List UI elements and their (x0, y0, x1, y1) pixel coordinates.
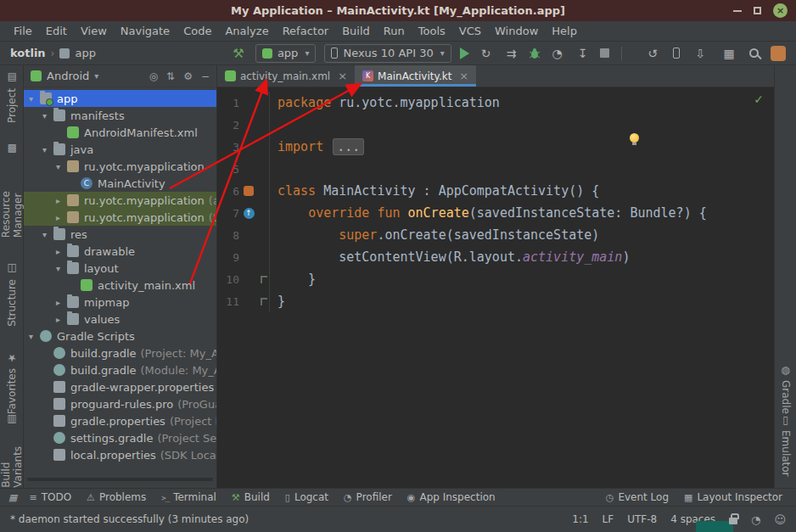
tree-item[interactable]: build.gradle (Module: My_Application.app… (24, 361, 216, 378)
horizontal-scrollbar[interactable] (27, 478, 213, 481)
tree-chevron-icon[interactable]: ▸ (56, 298, 67, 307)
tool-window-button[interactable]: Emulator (780, 414, 792, 477)
gradle-sync-icon[interactable] (644, 45, 661, 62)
collapse-all-icon[interactable] (166, 70, 175, 82)
tool-window-button[interactable]: Terminal (161, 491, 216, 503)
editor-tab[interactable]: MainActivity.kt × (355, 65, 476, 87)
menu-item[interactable]: File (7, 25, 39, 37)
build-project-icon[interactable] (230, 45, 247, 62)
device-select[interactable]: Nexus 10 API 30 (324, 44, 451, 63)
tree-item[interactable]: ▾ manifests (24, 107, 216, 124)
tree-chevron-icon[interactable]: ▾ (56, 162, 67, 171)
tree-item[interactable]: ▸ values (24, 311, 216, 328)
menu-item[interactable]: Run (377, 25, 412, 37)
tree-chevron-icon[interactable]: ▾ (42, 230, 53, 239)
attach-debugger-icon[interactable] (575, 45, 591, 62)
tree-item[interactable]: ▸ ru.yotc.myapplication (androidTest) (24, 192, 216, 209)
close-icon[interactable]: × (773, 3, 788, 18)
project-view-selector[interactable]: Android (47, 70, 89, 82)
ide-status-icon[interactable] (774, 513, 786, 526)
tree-chevron-icon[interactable]: ▸ (56, 247, 67, 256)
menu-item[interactable]: Window (488, 25, 545, 37)
code-editor[interactable]: 1 package ru.yotc.myapplication 2 3 (217, 87, 774, 488)
breadcrumb-module[interactable]: app (75, 47, 95, 59)
stop-icon[interactable] (600, 48, 609, 58)
menu-item[interactable]: View (74, 25, 114, 37)
tool-window-button[interactable]: Structure (6, 263, 18, 327)
apply-code-changes-icon[interactable] (503, 45, 520, 62)
tool-window-button[interactable]: Resource Manager (0, 143, 24, 238)
run-config-select[interactable]: app (255, 44, 317, 63)
tree-item[interactable]: ▾ java (24, 141, 216, 158)
tree-chevron-icon[interactable]: ▸ (56, 315, 67, 324)
menu-item[interactable]: Build (335, 25, 377, 37)
breadcrumb-root[interactable]: kotlin (10, 47, 46, 59)
apply-changes-icon[interactable] (478, 45, 495, 62)
tab-close-icon[interactable]: × (338, 70, 347, 82)
tree-item[interactable]: ▾ app (24, 90, 216, 107)
menu-item[interactable]: Navigate (114, 25, 177, 37)
tool-window-button[interactable]: Profiler (344, 491, 392, 503)
menu-item[interactable]: Edit (39, 25, 74, 37)
tree-item[interactable]: gradle.properties (Project Properties) (24, 412, 216, 429)
hide-panel-icon[interactable] (201, 70, 210, 82)
menu-item[interactable]: Code (177, 25, 218, 37)
menu-item[interactable]: Analyze (218, 25, 275, 37)
tree-item[interactable]: ▸ drawable (24, 243, 216, 260)
line-ending[interactable]: LF (603, 513, 614, 525)
tree-item[interactable]: gradle-wrapper.properties (Gradle Versio… (24, 378, 216, 395)
tool-window-button[interactable]: Project (6, 72, 18, 123)
tree-item[interactable]: ▾ ru.yotc.myapplication (24, 158, 216, 175)
lock-icon[interactable] (729, 518, 737, 524)
file-encoding[interactable]: UTF-8 (627, 513, 657, 525)
tree-item[interactable]: ▾ layout (24, 260, 216, 277)
tree-item[interactable]: proguard-rules.pro (ProGuard Rules for a… (24, 395, 216, 412)
tool-window-button[interactable]: TODO (29, 491, 71, 503)
tree-item[interactable]: local.properties (SDK Location) (24, 446, 216, 463)
tree-chevron-icon[interactable]: ▸ (56, 196, 67, 205)
tree-chevron-icon[interactable]: ▾ (56, 264, 67, 273)
select-opened-file-icon[interactable] (149, 70, 158, 82)
editor-tab[interactable]: activity_main.xml × (217, 65, 355, 87)
device-manager-icon[interactable] (673, 48, 680, 59)
sdk-manager-icon[interactable] (692, 45, 709, 62)
menu-item[interactable]: Refactor (276, 25, 336, 37)
tree-item[interactable]: ▾ Gradle Scripts (24, 328, 216, 344)
tool-window-button[interactable]: Event Log (606, 491, 669, 503)
layout-validation-icon[interactable] (720, 45, 737, 62)
tool-window-button[interactable]: Problems (87, 491, 146, 503)
tree-item[interactable]: settings.gradle (Project Settings) (24, 429, 216, 446)
tool-window-button[interactable]: Favorites (6, 352, 18, 414)
inspections-ok-icon[interactable]: ✓ (754, 92, 764, 106)
tree-item[interactable]: ▸ mipmap (24, 294, 216, 311)
maximize-icon[interactable] (754, 7, 761, 14)
tool-window-button[interactable]: Layout Inspector (684, 491, 782, 503)
tree-chevron-icon[interactable]: ▾ (29, 332, 40, 341)
tree-item[interactable]: MainActivity (24, 175, 216, 192)
toolwindow-switcher-icon[interactable] (8, 492, 17, 503)
gear-icon[interactable] (183, 70, 193, 82)
tool-window-button[interactable]: App Inspection (407, 491, 496, 503)
menu-item[interactable]: Tools (412, 25, 452, 37)
minimize-icon[interactable] (733, 10, 742, 12)
tab-close-icon[interactable]: × (459, 70, 468, 82)
tool-window-button[interactable]: Build Variants (0, 414, 24, 488)
tool-window-button[interactable]: Gradle (780, 364, 792, 414)
search-icon[interactable] (749, 48, 759, 58)
intention-bulb-icon[interactable] (630, 133, 639, 143)
caret-position[interactable]: 1:1 (572, 513, 588, 525)
menu-item[interactable]: VCS (452, 25, 488, 37)
tool-window-button[interactable]: Build (232, 491, 270, 503)
tree-chevron-icon[interactable]: ▾ (42, 145, 53, 154)
avatar[interactable] (771, 46, 786, 61)
run-button[interactable] (460, 48, 469, 59)
tree-item[interactable]: ▸ ru.yotc.myapplication (test) (24, 209, 216, 226)
menu-item[interactable]: Help (545, 25, 584, 37)
tool-window-button[interactable]: Logcat (285, 491, 328, 503)
tree-chevron-icon[interactable]: ▾ (29, 94, 40, 104)
tree-item[interactable]: AndroidManifest.xml (24, 124, 216, 141)
tree-chevron-icon[interactable]: ▸ (56, 213, 67, 222)
tree-item[interactable]: activity_main.xml (24, 277, 216, 294)
profiler-icon[interactable] (549, 45, 566, 62)
tree-chevron-icon[interactable]: ▾ (42, 111, 53, 120)
